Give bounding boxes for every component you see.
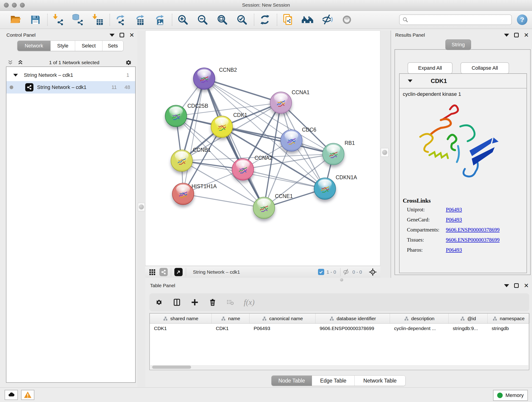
network-node-CDC6[interactable]	[280, 129, 302, 152]
column-header-shared-name[interactable]: shared name	[150, 313, 212, 323]
import-database-icon[interactable]	[71, 13, 84, 26]
zoom-in-icon[interactable]	[177, 13, 189, 26]
tab-select[interactable]: Select	[75, 41, 102, 51]
table-cell--id[interactable]: stringdb:9...	[449, 324, 488, 334]
protein-header[interactable]: CDK1	[399, 74, 526, 89]
export-image-icon[interactable]	[153, 13, 166, 26]
delete-column-icon[interactable]	[209, 298, 217, 306]
export-network-icon[interactable]	[114, 13, 127, 26]
grid-view-icon[interactable]	[148, 268, 156, 276]
network-edge-CCNA2-CDKN1A[interactable]	[243, 169, 325, 189]
first-neighbors-icon[interactable]	[301, 13, 314, 26]
zoom-fit-icon[interactable]	[216, 13, 229, 26]
column-header--id[interactable]: @id	[449, 313, 488, 323]
network-node-CCNA2[interactable]	[232, 158, 254, 180]
memory-button[interactable]: Memory	[493, 390, 528, 401]
network-canvas[interactable]: CCNB2CCNA1CDC25BCDK1CDC6RB1CCNB1CCNA2CDK…	[145, 31, 380, 266]
right-splitter[interactable]	[380, 31, 391, 279]
network-node-CDC25B[interactable]	[165, 105, 187, 127]
table-settings-gear-icon[interactable]	[155, 298, 163, 306]
panel-float-icon[interactable]	[514, 283, 519, 288]
collapse-all-button[interactable]: Collapse All	[461, 62, 509, 74]
tab-sets[interactable]: Sets	[102, 41, 123, 51]
hidden-items-icon[interactable]	[342, 268, 350, 276]
import-table-icon[interactable]	[91, 13, 104, 26]
network-collection-row[interactable]: String Network – cdk1 1	[6, 69, 135, 81]
crosslink-link[interactable]: 9606.ENSP00000378699	[446, 227, 500, 233]
table-row[interactable]: CDK1CDK1P064939606.ENSP00000378699cyclin…	[150, 324, 529, 334]
export-table-icon[interactable]	[134, 13, 147, 26]
tab-network[interactable]: Network	[17, 41, 51, 51]
column-header-namespace[interactable]: namespace	[488, 313, 530, 323]
panel-menu-icon[interactable]	[504, 34, 509, 37]
network-node-CCNA1[interactable]	[270, 92, 292, 114]
network-edge-CCNB2-CCNA1[interactable]	[204, 79, 281, 103]
network-node-CDKN1A[interactable]	[314, 178, 336, 200]
left-splitter[interactable]	[138, 31, 145, 387]
panel-menu-icon[interactable]	[109, 34, 114, 37]
scrollbar-thumb[interactable]	[152, 366, 191, 369]
cloud-button[interactable]	[5, 390, 18, 400]
tab-network-table[interactable]: Network Table	[355, 376, 405, 386]
selected-nodes-checkbox[interactable]	[318, 269, 324, 275]
zoom-selected-icon[interactable]	[235, 13, 248, 26]
zoom-out-icon[interactable]	[196, 13, 209, 26]
save-session-icon[interactable]	[29, 13, 42, 26]
help-icon[interactable]: ?	[517, 14, 527, 25]
expand-all-icon[interactable]	[17, 59, 24, 66]
panel-menu-icon[interactable]	[504, 284, 509, 287]
panel-close-icon[interactable]: ✕	[524, 33, 529, 37]
table-horizontal-scrollbar[interactable]	[150, 365, 528, 369]
column-header-name[interactable]: name	[212, 313, 249, 323]
network-node-CCNB2[interactable]	[193, 68, 215, 89]
protein-collapse-icon[interactable]	[408, 80, 412, 82]
tab-node-table[interactable]: Node Table	[272, 376, 312, 386]
network-node-RB1[interactable]	[322, 143, 344, 165]
panel-close-icon[interactable]: ✕	[524, 283, 529, 288]
search-input[interactable]	[408, 17, 505, 22]
crosslink-link[interactable]: P06493	[446, 247, 462, 253]
import-network-icon[interactable]	[52, 13, 65, 26]
delete-table-icon[interactable]	[226, 298, 234, 306]
table-cell-shared-name[interactable]: CDK1	[150, 324, 212, 334]
show-all-icon[interactable]	[341, 13, 353, 26]
table-cell-database-identifier[interactable]: 9606.ENSP00000378699	[316, 324, 390, 334]
collapse-all-icon[interactable]	[7, 59, 14, 66]
column-header-database-identifier[interactable]: database identifier	[316, 313, 390, 323]
hide-selected-icon[interactable]	[321, 13, 334, 26]
panel-float-icon[interactable]	[514, 33, 519, 37]
network-node-CCNB1[interactable]	[171, 150, 193, 172]
crosslink-link[interactable]: 9606.ENSP00000378699	[446, 237, 500, 243]
birds-eye-view-icon[interactable]	[174, 268, 183, 276]
collection-expand-icon[interactable]	[13, 74, 18, 77]
network-row-selected[interactable]: String Network – cdk1 11 48	[6, 81, 135, 94]
open-session-icon[interactable]	[9, 13, 22, 26]
crosshair-icon[interactable]	[368, 268, 377, 276]
column-header-canonical-name[interactable]: canonical name	[249, 313, 316, 323]
clone-network-icon[interactable]	[281, 13, 294, 26]
table-cell-canonical-name[interactable]: P06493	[249, 324, 316, 334]
network-node-CDK1[interactable]	[211, 116, 233, 138]
function-builder-icon[interactable]: f(x)	[244, 298, 254, 307]
node-table[interactable]: shared namenamecanonical namedatabase id…	[149, 313, 529, 370]
column-header-description[interactable]: description	[390, 313, 449, 323]
refresh-layout-icon[interactable]	[259, 13, 271, 26]
gear-icon[interactable]	[125, 59, 133, 66]
crosslink-link[interactable]: P06493	[446, 217, 462, 223]
network-view-icon[interactable]	[159, 268, 168, 276]
table-cell-name[interactable]: CDK1	[212, 324, 249, 334]
table-cell-namespace[interactable]: stringdb	[488, 324, 530, 334]
table-cell-description[interactable]: cyclin-dependent ...	[390, 324, 449, 334]
tab-edge-table[interactable]: Edge Table	[312, 376, 355, 386]
show-columns-icon[interactable]	[173, 298, 181, 306]
expand-all-button[interactable]: Expand All	[408, 62, 452, 74]
add-column-icon[interactable]	[191, 298, 199, 306]
panel-float-icon[interactable]	[120, 33, 124, 37]
tab-style[interactable]: Style	[51, 41, 75, 51]
panel-close-icon[interactable]: ✕	[129, 33, 134, 37]
network-node-HIST1H1A[interactable]	[172, 183, 194, 205]
tab-string[interactable]: String	[445, 39, 471, 50]
network-node-CCNE1[interactable]	[253, 197, 275, 219]
warning-button[interactable]	[21, 390, 34, 400]
crosslink-link[interactable]: P06493	[446, 207, 462, 213]
